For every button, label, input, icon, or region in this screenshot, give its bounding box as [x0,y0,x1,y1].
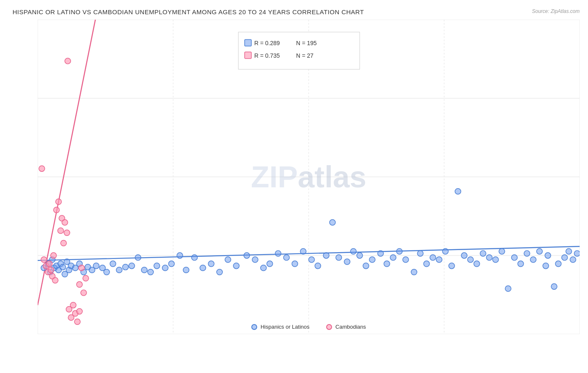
svg-point-139 [65,58,71,64]
svg-point-55 [162,265,168,271]
legend-dot-blue [251,324,257,330]
svg-text:N =  27: N = 27 [296,52,314,59]
svg-point-60 [200,265,206,271]
svg-point-116 [574,250,580,256]
svg-point-118 [41,257,47,263]
svg-point-67 [261,265,266,271]
svg-point-128 [58,228,64,234]
svg-point-72 [300,248,306,254]
svg-point-108 [537,248,542,254]
svg-point-57 [177,253,183,258]
svg-point-69 [275,250,281,256]
svg-point-141 [79,265,84,271]
legend-item-cambodians: Cambodians [326,324,366,330]
svg-text:N = 195: N = 195 [296,40,317,46]
svg-point-49 [123,264,128,270]
svg-point-101 [493,257,499,263]
svg-point-34 [60,264,66,270]
svg-point-73 [309,257,314,263]
legend: Hispanics or Latinos Cambodians [251,324,366,330]
svg-point-71 [292,261,298,267]
svg-point-92 [436,257,442,263]
svg-point-130 [61,240,66,246]
chart-area: ZIPatlas 50.0% 37.5% 25.0% 12.5% 0.0% 10… [38,20,580,334]
svg-point-89 [417,250,423,256]
svg-point-61 [208,261,214,267]
svg-point-105 [518,261,524,267]
svg-point-121 [46,261,52,267]
svg-point-132 [64,230,70,236]
svg-point-110 [545,253,551,258]
svg-point-79 [350,248,356,254]
svg-point-47 [110,261,116,267]
svg-point-82 [369,257,375,263]
svg-point-102 [499,248,505,254]
svg-point-70 [284,255,289,261]
svg-point-74 [315,263,321,269]
svg-point-63 [225,257,231,263]
svg-point-75 [323,253,329,258]
scatter-chart: 50.0% 37.5% 25.0% 12.5% 0.0% 100.0% Unem… [38,20,580,334]
svg-point-53 [148,269,153,275]
svg-point-76 [330,220,335,225]
svg-point-78 [344,259,350,265]
svg-text:R = 0.735: R = 0.735 [254,52,280,59]
svg-point-124 [51,253,56,258]
svg-point-59 [192,255,197,261]
svg-point-143 [83,275,89,281]
svg-point-93 [442,248,448,254]
svg-point-83 [378,250,383,256]
svg-point-86 [396,248,402,254]
svg-point-138 [77,309,82,314]
svg-point-109 [543,263,549,269]
svg-point-88 [411,269,417,275]
svg-rect-21 [245,52,251,59]
svg-point-97 [468,257,473,263]
legend-label-cambodians: Cambodians [335,324,366,330]
svg-rect-18 [245,39,251,46]
svg-point-87 [403,257,409,263]
svg-point-103 [505,286,511,291]
svg-point-100 [486,255,492,261]
source-label: Source: ZipAtlas.com [532,8,580,14]
svg-point-106 [524,250,530,256]
svg-point-46 [104,269,110,275]
svg-point-94 [449,263,455,269]
svg-point-48 [116,267,122,273]
svg-point-50 [129,263,135,269]
svg-point-125 [52,277,58,283]
svg-point-80 [357,253,363,258]
svg-point-114 [566,248,572,254]
svg-point-56 [169,261,174,267]
svg-point-62 [217,269,222,275]
svg-point-137 [74,319,80,324]
svg-point-135 [70,302,76,308]
svg-point-84 [384,261,390,267]
svg-point-112 [555,261,561,267]
svg-point-131 [62,220,68,225]
chart-title: HISPANIC OR LATINO VS CAMBODIAN UNEMPLOY… [13,8,580,15]
svg-point-64 [233,263,239,269]
svg-point-140 [77,281,82,287]
svg-point-96 [461,253,467,258]
svg-point-44 [93,263,99,269]
svg-point-142 [81,290,87,296]
svg-text:R = 0.289: R = 0.289 [254,40,280,46]
svg-point-117 [39,166,45,171]
svg-point-95 [455,189,461,194]
svg-rect-17 [238,32,360,69]
svg-point-52 [141,267,147,273]
svg-point-54 [154,263,160,269]
legend-label-hispanics: Hispanics or Latinos [261,324,309,330]
svg-point-81 [363,263,369,269]
svg-point-85 [390,255,396,261]
chart-container: HISPANIC OR LATINO VS CAMBODIAN UNEMPLOY… [0,0,588,373]
svg-point-68 [267,261,273,267]
svg-point-113 [562,255,568,261]
svg-point-65 [244,253,250,258]
svg-point-122 [48,267,54,273]
svg-point-90 [424,261,429,267]
svg-point-115 [570,257,576,263]
legend-dot-pink [326,324,332,330]
svg-point-77 [336,255,342,261]
